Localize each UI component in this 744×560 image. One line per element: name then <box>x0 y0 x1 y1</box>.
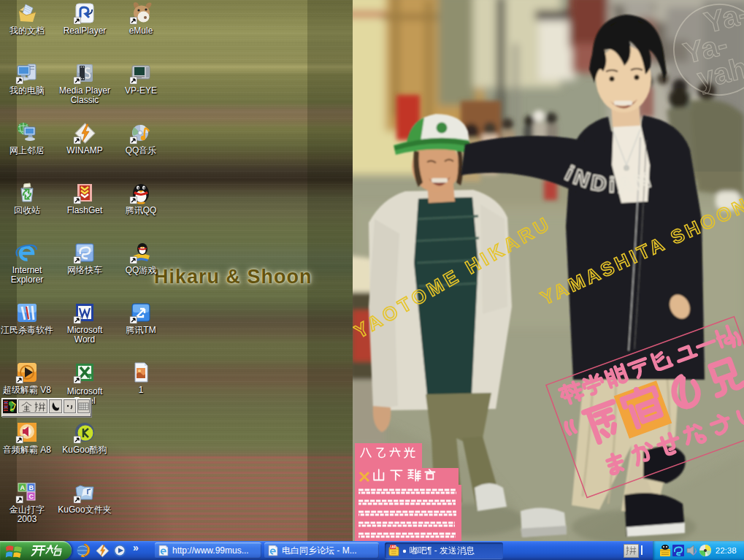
svg-text:电白同乡论坛 - M...: 电白同乡论坛 - M... <box>282 545 357 556</box>
svg-text:B: B <box>29 484 34 491</box>
svg-text:http://www.99mus...: http://www.99mus... <box>172 545 249 556</box>
svg-text:»: » <box>133 542 139 553</box>
svg-text:嘟吧¶ - 发送消息: 嘟吧¶ - 发送消息 <box>410 545 475 556</box>
svg-text:C: C <box>29 493 34 500</box>
svg-text:A: A <box>20 484 26 491</box>
svg-text:22:38: 22:38 <box>716 546 737 555</box>
svg-text:UIP: UIP <box>391 545 397 549</box>
